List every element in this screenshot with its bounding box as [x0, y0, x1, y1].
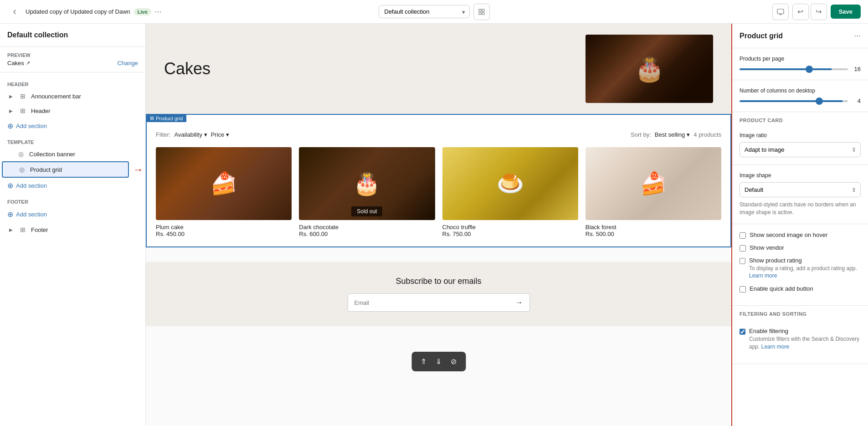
products-per-page-value: 16 — [852, 66, 861, 72]
toolbar-move-down-button[interactable]: ⇓ — [434, 355, 443, 368]
sidebar-header: Default collection — [0, 24, 145, 47]
email-form: → — [348, 293, 530, 312]
left-sidebar: Default collection PREVIEW Cakes ↗ Chang… — [0, 24, 146, 426]
template-group-label: TEMPLATE — [0, 134, 145, 147]
columns-value: 4 — [852, 98, 861, 104]
quick-add-label[interactable]: Enable quick add button — [750, 285, 813, 292]
product-price: Rs. 500.00 — [586, 231, 721, 237]
product-grid-icon: ◎ — [17, 166, 26, 173]
add-section-footer[interactable]: ⊕ Add section — [0, 206, 145, 222]
product-name: Black forest — [586, 224, 721, 231]
expand-icon: ▶ — [9, 108, 13, 113]
right-panel: Product grid ··· Products per page 16 Nu… — [731, 24, 868, 426]
show-vendor-label[interactable]: Show vendor — [750, 244, 784, 251]
enable-filtering-sublabel: Customize filters with the Search & Disc… — [749, 335, 861, 351]
product-name: Dark chocolate — [299, 224, 435, 231]
customize-icon-button[interactable] — [473, 4, 490, 20]
redo-button[interactable]: ↪ — [811, 4, 827, 20]
topbar-center: Default collection — [379, 4, 490, 20]
canvas: Cakes 🎂 ⊞ Product grid Filter: — [146, 24, 731, 426]
panel-header: Product grid ··· — [732, 24, 868, 48]
sidebar-item-collection-banner[interactable]: ◎ Collection banner — [2, 147, 144, 161]
change-preview-link[interactable]: Change — [117, 60, 138, 67]
subscribe-section: Subscribe to our emails → — [146, 262, 731, 326]
toolbar-delete-button[interactable]: ⊘ — [449, 355, 458, 368]
expand-icon: ▶ — [9, 227, 13, 232]
quick-add-row: Enable quick add button — [740, 285, 861, 293]
checkboxes-section: Show second image on hover Show vendor S… — [732, 224, 868, 306]
products-per-page-slider[interactable] — [740, 68, 848, 70]
availability-filter[interactable]: Availability ▾ — [175, 131, 207, 138]
show-second-image-checkbox[interactable] — [740, 232, 746, 239]
add-section-header[interactable]: ⊕ Add section — [0, 118, 145, 134]
sidebar-item-announcement-bar[interactable]: ▶ ⊞ Announcement bar — [2, 89, 144, 103]
show-vendor-row: Show vendor — [740, 244, 861, 251]
image-ratio-select[interactable]: Adapt to image Square Portrait Landscape — [740, 142, 861, 157]
product-card-choco[interactable]: 🍮 Choco truffle Rs. 750.00 — [442, 147, 578, 237]
quick-add-checkbox[interactable] — [740, 286, 746, 293]
show-second-image-label[interactable]: Show second image on hover — [750, 231, 827, 238]
chevron-down-icon: ▾ — [226, 131, 229, 138]
add-section-template[interactable]: ⊕ Add section — [0, 178, 145, 194]
price-filter[interactable]: Price ▾ — [211, 131, 230, 138]
shape-note: Standard-styled cards have no borders wh… — [740, 201, 861, 216]
grid-section-icon: ⊞ — [150, 115, 154, 121]
product-card-dark-choc[interactable]: 🎂 Sold out Dark chocolate Rs. 600.00 — [299, 147, 435, 237]
panel-more-button[interactable]: ··· — [854, 31, 861, 41]
sidebar-item-product-grid[interactable]: ◎ Product grid — [2, 161, 129, 178]
plus-icon: ⊕ — [7, 210, 13, 219]
image-ratio-section: Image ratio Adapt to image Square Portra… — [732, 125, 868, 165]
svg-rect-4 — [777, 9, 784, 14]
undo-redo-group: ↩ ↪ — [792, 4, 827, 20]
sidebar-preview-section: PREVIEW Cakes ↗ Change — [0, 47, 145, 72]
show-rating-checkbox[interactable] — [740, 258, 745, 264]
product-price: Rs. 750.00 — [442, 231, 578, 237]
sort-dropdown[interactable]: Best selling ▾ — [655, 131, 690, 138]
filtering-learn-more-link[interactable]: Learn more — [761, 344, 789, 350]
main-layout: Default collection PREVIEW Cakes ↗ Chang… — [0, 24, 868, 426]
product-card-plum[interactable]: 🍰 Plum cake Rs. 450.00 — [156, 147, 292, 237]
products-per-page-slider-wrap: 16 — [740, 66, 861, 72]
collection-icon: ◎ — [16, 150, 26, 158]
canvas-scroll[interactable]: Cakes 🎂 ⊞ Product grid Filter: — [146, 24, 731, 426]
columns-slider-wrap: 4 — [740, 98, 861, 104]
columns-slider[interactable] — [740, 100, 848, 102]
plus-icon: ⊕ — [7, 181, 13, 190]
enable-filtering-label[interactable]: Enable filtering — [749, 328, 788, 334]
subscribe-title: Subscribe to our emails — [160, 277, 717, 286]
enable-filtering-checkbox[interactable] — [740, 328, 745, 335]
sidebar-item-header[interactable]: ▶ ⊞ Header — [2, 103, 144, 118]
save-button[interactable]: Save — [831, 5, 861, 19]
product-name: Choco truffle — [442, 224, 578, 231]
grid-icon: ⊞ — [18, 107, 27, 114]
collection-select[interactable]: Default collection — [379, 5, 470, 18]
undo-button[interactable]: ↩ — [792, 4, 809, 20]
product-grid-section-label: ⊞ Product grid — [146, 114, 186, 122]
email-input[interactable] — [348, 294, 509, 311]
columns-section: Number of columns on desktop 4 — [732, 80, 868, 112]
topbar-more-button[interactable]: ··· — [155, 7, 162, 16]
product-price: Rs. 600.00 — [299, 231, 435, 237]
desktop-preview-button[interactable] — [772, 4, 789, 20]
show-rating-row: Show product rating To display a rating,… — [740, 257, 861, 280]
products-per-page-label: Products per page — [740, 56, 861, 62]
sidebar-item-footer[interactable]: ▶ ⊞ Footer — [2, 222, 144, 237]
sidebar-body: HEADER ▶ ⊞ Announcement bar ▶ ⊞ Header ⊕… — [0, 72, 145, 426]
topbar-left: Updated copy of Updated copy of Dawn Liv… — [7, 5, 373, 19]
external-link-icon: ↗ — [26, 60, 30, 66]
show-rating-label[interactable]: Show product rating — [749, 257, 802, 264]
rating-learn-more-link[interactable]: Learn more — [749, 272, 777, 279]
products-count: 4 products — [693, 131, 721, 138]
panel-title: Product grid — [740, 32, 783, 40]
image-shape-section: Image shape Default Arch Blob Circle Sta… — [732, 165, 868, 224]
page-title: Cakes — [164, 59, 211, 78]
product-image-wrap: 🍰 — [156, 147, 292, 220]
product-price: Rs. 450.00 — [156, 231, 292, 237]
product-card-black-forest[interactable]: 🍰 Black forest Rs. 500.00 — [586, 147, 721, 237]
banner-image: 🎂 — [586, 35, 713, 103]
email-submit-button[interactable]: → — [509, 294, 529, 311]
toolbar-move-up-button[interactable]: ⇑ — [419, 355, 428, 368]
back-button[interactable] — [7, 5, 22, 19]
show-vendor-checkbox[interactable] — [740, 245, 746, 251]
image-shape-select[interactable]: Default Arch Blob Circle — [740, 182, 861, 197]
